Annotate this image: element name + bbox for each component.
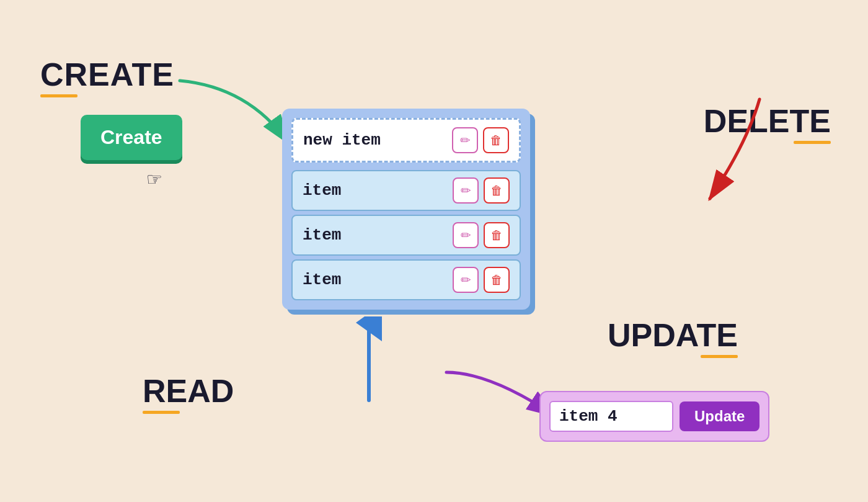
list-item: item ✏ 🗑	[291, 215, 521, 256]
update-form: Update	[539, 391, 769, 442]
item-text-2: item	[303, 226, 448, 244]
create-label: CREATE	[40, 56, 174, 93]
item-2-delete-button[interactable]: 🗑	[484, 222, 510, 248]
item-1-edit-button[interactable]: ✏	[453, 177, 479, 204]
cursor-icon: ☞	[148, 166, 161, 194]
item-2-edit-button[interactable]: ✏	[453, 222, 479, 248]
read-arrow	[344, 316, 394, 403]
update-input[interactable]	[549, 401, 673, 432]
item-text-1: item	[303, 181, 448, 200]
update-underline	[701, 355, 738, 358]
update-label: UPDATE	[608, 316, 738, 354]
new-item-row: new item ✏ 🗑	[291, 118, 521, 163]
create-button[interactable]: Create	[81, 115, 182, 160]
delete-underline	[794, 141, 831, 144]
item-3-delete-button[interactable]: 🗑	[484, 267, 510, 293]
delete-arrow	[636, 93, 778, 217]
new-item-edit-button[interactable]: ✏	[452, 127, 478, 153]
read-label: READ	[143, 372, 234, 410]
list-item: item ✏ 🗑	[291, 259, 521, 300]
list-container: new item ✏ 🗑 item ✏ 🗑 item ✏ 🗑 item ✏ 🗑	[282, 109, 530, 310]
item-1-delete-button[interactable]: 🗑	[484, 177, 510, 204]
list-item: item ✏ 🗑	[291, 170, 521, 211]
new-item-text: new item	[303, 131, 447, 150]
item-3-edit-button[interactable]: ✏	[453, 267, 479, 293]
read-underline	[143, 411, 180, 414]
item-text-3: item	[303, 271, 448, 289]
update-button[interactable]: Update	[680, 401, 760, 431]
new-item-delete-button[interactable]: 🗑	[483, 127, 509, 153]
create-underline	[40, 94, 78, 97]
